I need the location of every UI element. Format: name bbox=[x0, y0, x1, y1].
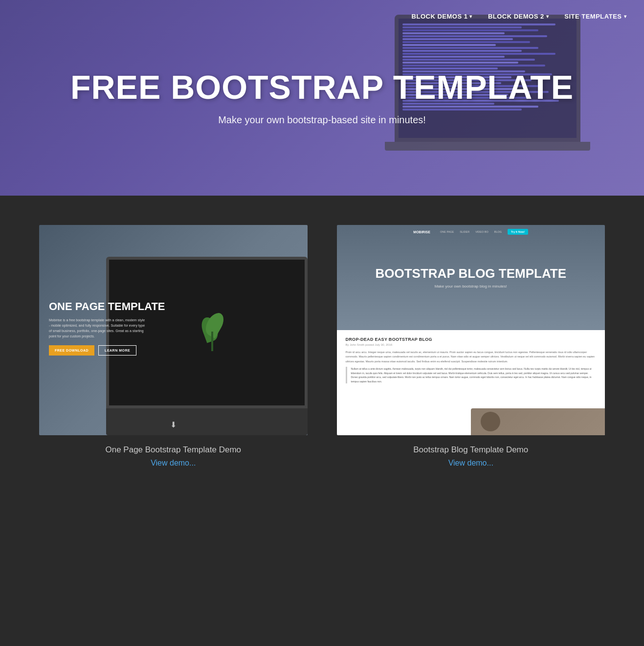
blog-nav-link-2: SLIDER bbox=[460, 230, 469, 233]
preview-onepage-buttons: FREE DOWNLOAD LEARN MORE bbox=[49, 345, 165, 356]
card-onepage-link[interactable]: View demo... bbox=[151, 459, 196, 467]
plant-stem bbox=[211, 332, 213, 351]
nav-label-block-demos-1: BLOCK DEMOS 1 bbox=[412, 13, 468, 20]
preview-onepage-heading: ONE PAGE TEMPLATE bbox=[49, 301, 165, 312]
blog-nav-link-3: VIDEO BO bbox=[475, 230, 489, 233]
preview-onepage-description: Mobirise is a free bootstrap template wi… bbox=[49, 317, 147, 339]
card-onepage-preview[interactable]: ONE PAGE TEMPLATE Mobirise is a free boo… bbox=[39, 225, 308, 435]
blog-post-title: DROP-DEAD EASY BOOTSTRAP BLOG bbox=[346, 337, 597, 342]
blog-nav-link-1: ONE PAGE bbox=[440, 230, 454, 233]
card-blog-link[interactable]: View demo... bbox=[448, 459, 493, 467]
chevron-down-icon: ▾ bbox=[624, 14, 627, 19]
cards-grid: ONE PAGE TEMPLATE Mobirise is a free boo… bbox=[39, 225, 605, 468]
nav-block-demos-1[interactable]: BLOCK DEMOS 1 ▾ bbox=[406, 9, 478, 24]
card-onepage: ONE PAGE TEMPLATE Mobirise is a free boo… bbox=[39, 225, 308, 468]
blog-nav-logo: MOBIRISE bbox=[413, 230, 430, 234]
preview-laptop-base bbox=[106, 408, 307, 435]
blog-post-meta: By John Smith posted July 30, 2016 bbox=[346, 343, 597, 346]
blog-header: MOBIRISE ONE PAGE SLIDER VIDEO BO BLOG T… bbox=[337, 225, 605, 330]
blog-post-text-1: Proin id arcu arcu. Integer neque urna, … bbox=[346, 350, 597, 364]
blog-post-quote: Nullam at tellus a ante dictum sagittis.… bbox=[346, 367, 597, 383]
blog-bottom-circle-decoration bbox=[481, 412, 500, 431]
preview-plant-decoration bbox=[198, 312, 227, 351]
chevron-down-icon: ▾ bbox=[469, 14, 472, 19]
preview-onepage-text: ONE PAGE TEMPLATE Mobirise is a free boo… bbox=[49, 301, 165, 356]
nav-site-templates[interactable]: SITE TEMPLATES ▾ bbox=[558, 9, 632, 24]
chevron-down-icon: ▾ bbox=[546, 14, 549, 19]
nav-block-demos-2[interactable]: BLOCK DEMOS 2 ▾ bbox=[482, 9, 555, 24]
blog-bottom-image bbox=[471, 408, 605, 435]
navbar: BLOCK DEMOS 1 ▾ BLOCK DEMOS 2 ▾ SITE TEM… bbox=[394, 0, 644, 33]
blog-post-quote-text: Nullam at tellus a ante dictum sagittis.… bbox=[351, 367, 597, 383]
scroll-down-arrow: ⬇ bbox=[170, 420, 177, 429]
preview-blog-inner: MOBIRISE ONE PAGE SLIDER VIDEO BO BLOG T… bbox=[337, 225, 605, 435]
nav-label-site-templates: SITE TEMPLATES bbox=[564, 13, 622, 20]
blog-header-subtitle: Make your own bootstrap blog in minutes! bbox=[435, 284, 507, 289]
free-download-button[interactable]: FREE DOWNLOAD bbox=[49, 345, 94, 356]
card-blog-title: Bootstrap Blog Template Demo bbox=[413, 445, 528, 455]
preview-onepage-inner: ONE PAGE TEMPLATE Mobirise is a free boo… bbox=[39, 225, 308, 435]
card-blog: MOBIRISE ONE PAGE SLIDER VIDEO BO BLOG T… bbox=[337, 225, 605, 468]
blog-nav-link-4: BLOG bbox=[494, 230, 502, 233]
card-onepage-info: One Page Bootstrap Template Demo View de… bbox=[105, 445, 241, 468]
card-blog-info: Bootstrap Blog Template Demo View demo..… bbox=[413, 445, 528, 468]
content-area: ONE PAGE TEMPLATE Mobirise is a free boo… bbox=[0, 196, 644, 507]
hero-content: FREE BOOTSTRAP TEMPLATE Make your own bo… bbox=[70, 70, 574, 126]
blog-nav: MOBIRISE ONE PAGE SLIDER VIDEO BO BLOG T… bbox=[337, 229, 605, 235]
learn-more-button[interactable]: LEARN MORE bbox=[98, 345, 136, 356]
blog-header-title: BOOTSTRAP BLOG TEMPLATE bbox=[376, 267, 566, 281]
card-blog-preview[interactable]: MOBIRISE ONE PAGE SLIDER VIDEO BO BLOG T… bbox=[337, 225, 605, 435]
hero-subtitle: Make your own bootstrap-based site in mi… bbox=[70, 114, 574, 126]
preview-screen-content bbox=[109, 260, 119, 280]
card-onepage-title: One Page Bootstrap Template Demo bbox=[105, 445, 241, 455]
blog-try-button[interactable]: Try It Now! bbox=[508, 229, 528, 235]
hero-title: FREE BOOTSTRAP TEMPLATE bbox=[70, 70, 574, 105]
nav-label-block-demos-2: BLOCK DEMOS 2 bbox=[488, 13, 544, 20]
